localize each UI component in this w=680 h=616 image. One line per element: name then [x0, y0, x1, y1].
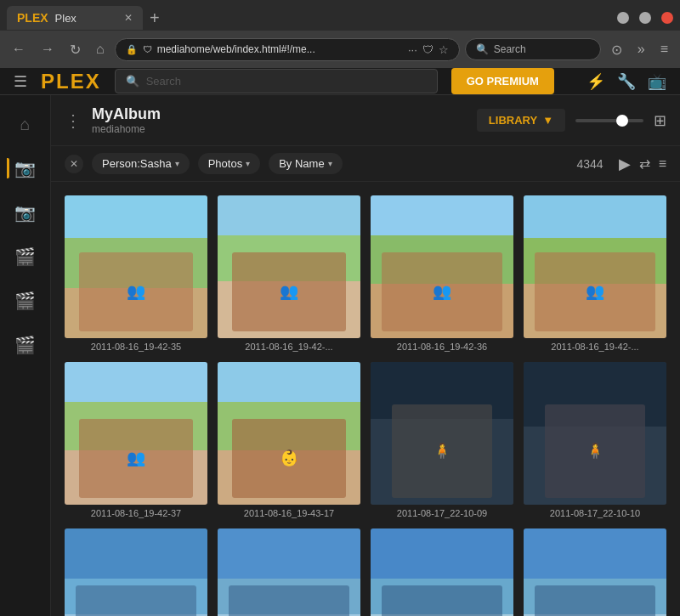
nav-bar: ← → ↻ ⌂ 🔒 🛡 mediahome/web/index.html#!/m…: [0, 31, 680, 68]
photo-thumbnail[interactable]: 👥: [371, 528, 513, 616]
photo-grid: 👥 2011-08-16_19-42-35 👥 2011-08-16_19-42…: [51, 182, 680, 616]
photo-thumbnail[interactable]: 👥: [218, 528, 360, 616]
plex-logo: PLEX: [41, 70, 101, 93]
tab-close-button[interactable]: ✕: [124, 12, 133, 24]
sort-filter-chip[interactable]: By Name ▾: [269, 153, 342, 174]
photo-thumbnail[interactable]: 👥: [218, 195, 360, 338]
list-item[interactable]: 👥: [524, 528, 666, 616]
video2-icon: 🎬: [14, 291, 36, 311]
plex-search-bar[interactable]: 🔍 Search: [115, 69, 438, 93]
person-filter-chip[interactable]: Person:Sasha ▾: [92, 153, 190, 174]
home-button[interactable]: ⌂: [91, 38, 110, 60]
play-button[interactable]: ▶: [619, 155, 631, 173]
photo-label: 2011-08-16_19-42-36: [371, 342, 513, 352]
list-item[interactable]: 👥 2011-08-16_19-42-35: [65, 195, 207, 352]
photo-label: 2011-08-16_19-42-...: [218, 342, 360, 352]
photo-label: 2011-08-16_19-42-35: [65, 342, 207, 352]
library-title-block: MyAlbum mediahome: [92, 105, 467, 135]
address-bar[interactable]: 🔒 🛡 mediahome/web/index.html#!/me... ···…: [115, 38, 460, 61]
plex-tab-icon: PLEX: [17, 11, 48, 25]
library-button[interactable]: LIBRARY ▼: [477, 109, 565, 132]
tab-bar: PLEX Plex ✕ +: [0, 0, 680, 31]
security-icon[interactable]: 🛡: [422, 43, 434, 56]
plex-main-content: ⋮ MyAlbum mediahome LIBRARY ▼ ⊞ ✕: [51, 95, 680, 616]
lock-icon: 🔒: [126, 44, 138, 55]
address-icons: ··· 🛡 ☆: [408, 43, 449, 56]
photo-thumbnail[interactable]: 👥: [524, 195, 666, 338]
grid-view-icon[interactable]: ⊞: [654, 111, 666, 130]
video3-icon: 🎬: [14, 335, 36, 355]
photo-thumbnail[interactable]: 👶: [218, 362, 360, 505]
person-chevron-icon: ▾: [175, 159, 179, 168]
plex-sidebar: ⌂ 📷 📷 🎬 🎬 🎬: [0, 95, 51, 616]
library-title: MyAlbum: [92, 105, 467, 123]
more-icon[interactable]: ···: [408, 43, 417, 56]
star-icon[interactable]: ☆: [439, 43, 449, 56]
media-filter-label: Photos: [208, 157, 242, 170]
sort-filter-label: By Name: [279, 157, 324, 170]
sidebar-item-video2[interactable]: 🎬: [7, 282, 44, 319]
sidebar-item-home[interactable]: ⌂: [7, 105, 44, 143]
tools-icon[interactable]: 🔧: [617, 72, 636, 91]
library-subtitle: mediahome: [92, 123, 467, 135]
photo-label: 2011-08-16_19-42-37: [65, 508, 207, 518]
photo-thumbnail[interactable]: 👥: [371, 195, 513, 338]
slider-track[interactable]: [575, 119, 643, 122]
photo-label: 2011-08-17_22-10-09: [371, 508, 513, 518]
hamburger-menu-icon[interactable]: ☰: [14, 72, 27, 91]
photo-thumbnail[interactable]: 👥: [65, 195, 207, 338]
forward-button[interactable]: →: [36, 38, 60, 60]
refresh-button[interactable]: ↻: [65, 38, 86, 61]
list-item[interactable]: 👥 2011-08-16_19-42-37: [65, 362, 207, 518]
video1-icon: 🎬: [14, 246, 36, 267]
plex-header: ☰ PLEX 🔍 Search GO PREMIUM ⚡ 🔧 📺: [0, 68, 680, 95]
list-item[interactable]: 👥: [218, 528, 360, 616]
photo-thumbnail[interactable]: 👥: [524, 528, 666, 616]
extensions-icon[interactable]: »: [632, 38, 650, 60]
sidebar-item-photos[interactable]: 📷: [7, 150, 44, 187]
library-menu-dots[interactable]: ⋮: [65, 110, 82, 131]
list-item[interactable]: 🧍 2011-08-17_22-10-09: [371, 362, 513, 518]
minimize-button[interactable]: [617, 12, 629, 24]
media-chevron-icon: ▾: [246, 159, 250, 168]
library-header: ⋮ MyAlbum mediahome LIBRARY ▼ ⊞: [51, 95, 680, 146]
go-premium-button[interactable]: GO PREMIUM: [451, 68, 554, 94]
sort-options-button[interactable]: ≡: [659, 156, 666, 172]
browser-menu-icon[interactable]: ≡: [655, 38, 673, 60]
search-bar[interactable]: 🔍 Search: [465, 38, 601, 60]
photo-label: 2011-08-16_19-43-17: [218, 508, 360, 518]
search-icon: 🔍: [126, 75, 139, 88]
photo-thumbnail[interactable]: 👥: [65, 528, 207, 616]
filter-close-button[interactable]: ✕: [65, 155, 83, 173]
active-tab[interactable]: PLEX Plex ✕: [7, 6, 143, 30]
close-button[interactable]: [661, 12, 673, 24]
slider-thumb[interactable]: [616, 115, 628, 127]
list-item[interactable]: 👶 2011-08-16_19-43-17: [218, 362, 360, 518]
shuffle-button[interactable]: ⇄: [639, 155, 650, 172]
go-icon[interactable]: ⊙: [606, 38, 627, 61]
list-item[interactable]: 👥 2011-08-16_19-42-...: [218, 195, 360, 352]
list-item[interactable]: 👥: [371, 528, 513, 616]
list-item[interactable]: 🧍 2011-08-17_22-10-10: [524, 362, 666, 518]
sidebar-item-camera2[interactable]: 📷: [7, 194, 44, 231]
sidebar-item-video1[interactable]: 🎬: [7, 238, 44, 275]
search-placeholder: Search: [494, 43, 526, 55]
cast-icon[interactable]: 📺: [648, 72, 666, 91]
media-filter-chip[interactable]: Photos ▾: [198, 153, 260, 174]
photo-thumbnail[interactable]: 🧍: [371, 362, 513, 505]
plex-header-icons: ⚡ 🔧 📺: [586, 72, 666, 91]
list-item[interactable]: 👥: [65, 528, 207, 616]
list-item[interactable]: 👥 2011-08-16_19-42-36: [371, 195, 513, 352]
signal-icon[interactable]: ⚡: [586, 72, 605, 91]
list-item[interactable]: 👥 2011-08-16_19-42-...: [524, 195, 666, 352]
maximize-button[interactable]: [639, 12, 651, 24]
search-icon: 🔍: [476, 43, 489, 55]
shield-icon: 🛡: [143, 44, 152, 54]
url-text: mediahome/web/index.html#!/me...: [157, 43, 403, 55]
new-tab-button[interactable]: +: [143, 8, 167, 28]
library-size-slider[interactable]: [575, 119, 643, 122]
back-button[interactable]: ←: [7, 38, 31, 60]
photo-thumbnail[interactable]: 🧍: [524, 362, 666, 505]
photo-thumbnail[interactable]: 👥: [65, 362, 207, 505]
sidebar-item-video3[interactable]: 🎬: [7, 326, 44, 364]
